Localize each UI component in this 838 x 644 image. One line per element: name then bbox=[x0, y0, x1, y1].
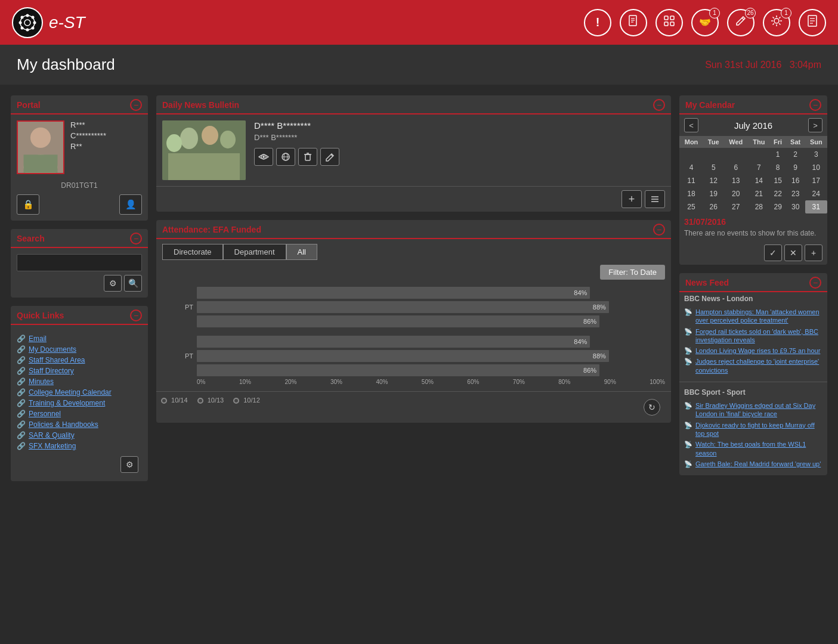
cal-cell[interactable]: 15 bbox=[770, 174, 786, 187]
cal-close-btn[interactable]: ✕ bbox=[784, 244, 802, 261]
sar-quality-link[interactable]: SAR & Quality bbox=[29, 431, 75, 439]
sun-icon-btn[interactable]: 1 bbox=[763, 9, 790, 36]
tab-department[interactable]: Department bbox=[223, 244, 286, 260]
feed-link[interactable]: Forged rail tickets sold on 'dark web', … bbox=[695, 327, 822, 345]
grid-icon bbox=[663, 14, 676, 30]
handshake-icon-btn[interactable]: 1 🤝 bbox=[691, 9, 719, 36]
cal-check-btn[interactable]: ✓ bbox=[764, 244, 782, 261]
cal-next-btn[interactable]: > bbox=[808, 118, 822, 132]
cal-cell[interactable]: 13 bbox=[723, 174, 748, 187]
cal-cell[interactable]: 5 bbox=[703, 161, 723, 174]
cal-add-btn[interactable]: + bbox=[805, 244, 822, 261]
portal-collapse-btn[interactable]: − bbox=[130, 99, 142, 111]
cal-cell[interactable] bbox=[679, 148, 703, 161]
email-link[interactable]: Email bbox=[29, 335, 47, 343]
staff-directory-link[interactable]: Staff Directory bbox=[29, 367, 74, 375]
cal-cell[interactable]: 18 bbox=[679, 187, 703, 200]
cal-cell[interactable]: 26 bbox=[703, 200, 723, 213]
cal-cell[interactable]: 23 bbox=[786, 187, 805, 200]
left-column: Portal − R*** C**** bbox=[11, 95, 148, 481]
news-feed-collapse-btn[interactable]: − bbox=[809, 277, 821, 289]
feed-link[interactable]: Gareth Bale: Real Madrid forward 'grew u… bbox=[695, 460, 821, 468]
logo-icon bbox=[12, 7, 43, 38]
cal-cell[interactable]: 1 bbox=[770, 148, 786, 161]
grid-icon-btn[interactable] bbox=[655, 9, 683, 36]
news-delete-btn[interactable] bbox=[298, 148, 317, 166]
calendar-collapse-btn[interactable]: − bbox=[809, 99, 821, 111]
news-list-btn[interactable] bbox=[645, 190, 665, 208]
attendance-collapse-btn[interactable]: − bbox=[653, 224, 665, 236]
cal-cell[interactable]: 21 bbox=[748, 187, 769, 200]
feed-link[interactable]: London Living Wage rises to £9.75 an hou… bbox=[695, 346, 820, 355]
cal-cell[interactable]: 12 bbox=[703, 174, 723, 187]
chart-row: 86% bbox=[180, 315, 665, 327]
news-web-btn[interactable] bbox=[276, 148, 295, 166]
tab-all[interactable]: All bbox=[286, 244, 317, 260]
feed-link[interactable]: Judges reject challenge to 'joint enterp… bbox=[695, 357, 822, 374]
cal-cell[interactable]: 19 bbox=[703, 187, 723, 200]
policies-handbooks-link[interactable]: Policies & Handbooks bbox=[29, 420, 98, 429]
portal-lock-btn[interactable]: 🔒 bbox=[17, 194, 39, 215]
feed-link[interactable]: Djokovic ready to fight to keep Murray o… bbox=[695, 421, 822, 438]
chart-refresh-btn[interactable]: ↻ bbox=[644, 399, 660, 416]
search-go-btn[interactable]: 🔍 bbox=[124, 275, 142, 292]
cal-cell[interactable]: 6 bbox=[723, 161, 748, 174]
main-content: Portal − R*** C**** bbox=[0, 85, 838, 481]
cal-prev-btn[interactable]: < bbox=[684, 118, 698, 132]
cal-cell[interactable] bbox=[703, 148, 723, 161]
news-feed-item: 📡 Djokovic ready to fight to keep Murray… bbox=[679, 420, 827, 439]
svg-line-25 bbox=[779, 17, 780, 18]
ql-settings-btn[interactable]: ⚙ bbox=[120, 456, 138, 473]
tab-directorate[interactable]: Directorate bbox=[162, 244, 223, 260]
news-feed-item: 📡 Sir Bradley Wiggins edged out at Six D… bbox=[679, 400, 827, 420]
daily-news-collapse-btn[interactable]: − bbox=[653, 99, 665, 111]
cal-cell[interactable]: 27 bbox=[723, 200, 748, 213]
news-view-btn[interactable] bbox=[254, 148, 273, 166]
pencil-icon-btn[interactable]: 26 bbox=[727, 9, 754, 36]
cal-cell[interactable]: 25 bbox=[679, 200, 703, 213]
news-edit-btn[interactable] bbox=[320, 148, 339, 166]
cal-cell[interactable]: 2 bbox=[786, 148, 805, 161]
cal-cell[interactable] bbox=[748, 148, 769, 161]
cal-cell-today[interactable]: 31 bbox=[805, 200, 827, 213]
cal-cell[interactable]: 16 bbox=[786, 174, 805, 187]
cal-cell[interactable] bbox=[723, 148, 748, 161]
cal-cell[interactable]: 7 bbox=[748, 161, 769, 174]
college-meeting-calendar-link[interactable]: College Meeting Calendar bbox=[29, 388, 112, 397]
cal-cell[interactable]: 3 bbox=[805, 148, 827, 161]
search-settings-btn[interactable]: ⚙ bbox=[104, 275, 122, 292]
search-collapse-btn[interactable]: − bbox=[130, 233, 142, 244]
training-development-link[interactable]: Training & Development bbox=[29, 399, 105, 407]
portal-profile-btn[interactable]: 👤 bbox=[119, 194, 142, 215]
feed-link[interactable]: Sir Bradley Wiggins edged out at Six Day… bbox=[695, 401, 822, 419]
cal-cell[interactable]: 17 bbox=[805, 174, 827, 187]
alert-icon: ! bbox=[596, 16, 600, 29]
cal-cell[interactable]: 4 bbox=[679, 161, 703, 174]
cal-cell[interactable]: 9 bbox=[786, 161, 805, 174]
cal-cell[interactable]: 30 bbox=[786, 200, 805, 213]
feed-link[interactable]: Hampton stabbings: Man 'attacked women o… bbox=[695, 308, 822, 325]
att-filter-btn[interactable]: Filter: To Date bbox=[600, 265, 665, 280]
feed-link[interactable]: Watch: The best goals from the WSL1 seas… bbox=[695, 440, 822, 457]
alert-icon-btn[interactable]: ! bbox=[584, 9, 611, 36]
cal-cell[interactable]: 14 bbox=[748, 174, 769, 187]
cal-cell[interactable]: 29 bbox=[770, 200, 786, 213]
news-add-btn[interactable]: + bbox=[621, 190, 642, 208]
sfx-marketing-link[interactable]: SFX Marketing bbox=[29, 442, 76, 450]
document-icon-btn[interactable] bbox=[620, 9, 647, 36]
minutes-link[interactable]: Minutes bbox=[29, 377, 54, 386]
search-input[interactable] bbox=[17, 254, 142, 271]
cal-cell[interactable]: 20 bbox=[723, 187, 748, 200]
link-icon: 🔗 bbox=[17, 399, 26, 407]
cal-cell[interactable]: 8 bbox=[770, 161, 786, 174]
personnel-link[interactable]: Personnel bbox=[29, 410, 61, 418]
cal-cell[interactable]: 28 bbox=[748, 200, 769, 213]
quick-links-collapse-btn[interactable]: − bbox=[130, 309, 142, 321]
notes-icon-btn[interactable] bbox=[799, 9, 826, 36]
cal-cell[interactable]: 10 bbox=[805, 161, 827, 174]
staff-shared-area-link[interactable]: Staff Shared Area bbox=[29, 356, 85, 364]
cal-cell[interactable]: 24 bbox=[805, 187, 827, 200]
my-documents-link[interactable]: My Documents bbox=[29, 345, 76, 354]
cal-cell[interactable]: 11 bbox=[679, 174, 703, 187]
cal-cell[interactable]: 22 bbox=[770, 187, 786, 200]
